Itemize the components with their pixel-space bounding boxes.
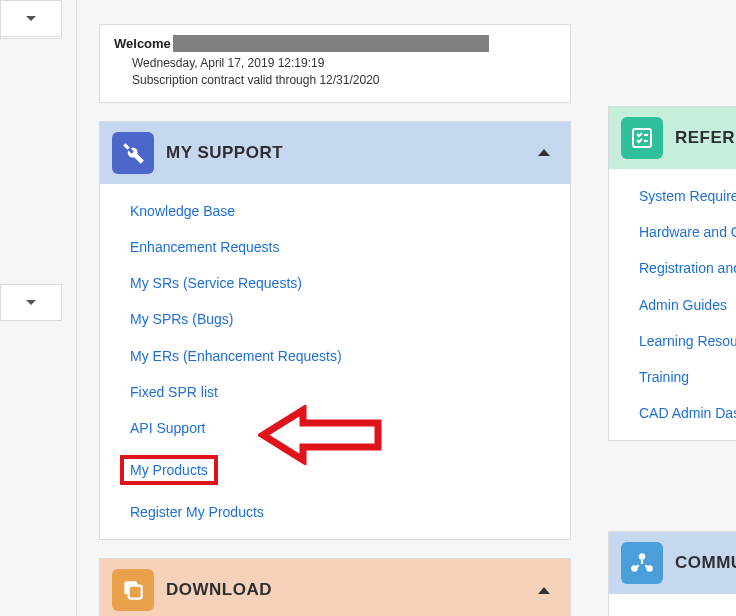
panel-title: COMMU — [675, 553, 736, 573]
panel-title: MY SUPPORT — [166, 143, 538, 163]
svg-rect-2 — [633, 129, 651, 147]
panel-download: DOWNLOAD Downloads and Updates — [99, 558, 571, 616]
link-fixed-spr-list[interactable]: Fixed SPR list — [130, 383, 556, 401]
vertical-divider — [76, 0, 77, 616]
link-my-products-wrapper: My Products — [130, 455, 556, 485]
welcome-card: Welcome Wednesday, April 17, 2019 12:19:… — [99, 24, 571, 103]
panel-reference: REFEREN System Requirem Hardware and Gr … — [608, 106, 736, 441]
link-knowledge-base[interactable]: Knowledge Base — [130, 202, 556, 220]
link-api-support[interactable]: API Support — [130, 419, 556, 437]
link-cad-admin-dashboard[interactable]: CAD Admin Dash — [639, 404, 736, 422]
checklist-icon — [621, 117, 663, 159]
link-hardware-graphics[interactable]: Hardware and Gr — [639, 223, 736, 241]
link-my-sprs[interactable]: My SPRs (Bugs) — [130, 310, 556, 328]
svg-rect-1 — [129, 586, 142, 599]
link-my-products[interactable]: My Products — [130, 462, 208, 478]
right-column: REFEREN System Requirem Hardware and Gr … — [608, 106, 736, 616]
panel-header-community[interactable]: COMMU — [609, 532, 736, 594]
link-learning-resources[interactable]: Learning Resour — [639, 332, 736, 350]
welcome-subscription: Subscription contract valid through 12/3… — [132, 72, 556, 89]
panel-community: COMMU Forums — [608, 531, 736, 616]
link-training[interactable]: Training — [639, 368, 736, 386]
link-register-my-products[interactable]: Register My Products — [130, 503, 556, 521]
svg-point-5 — [639, 554, 646, 561]
panel-title: REFEREN — [675, 128, 736, 148]
panel-body-reference: System Requirem Hardware and Gr Registra… — [609, 169, 736, 440]
copy-icon — [112, 569, 154, 611]
chevron-up-icon — [538, 587, 550, 594]
left-menu-toggle-1[interactable] — [0, 0, 62, 37]
panel-my-support: MY SUPPORT Knowledge Base Enhancement Re… — [99, 121, 571, 541]
link-forums[interactable]: Forums — [639, 612, 736, 616]
chevron-up-icon — [538, 149, 550, 156]
left-rail — [0, 0, 62, 616]
chevron-down-icon — [26, 300, 36, 305]
link-enhancement-requests[interactable]: Enhancement Requests — [130, 238, 556, 256]
panel-body-community: Forums — [609, 594, 736, 616]
chevron-down-icon — [26, 16, 36, 21]
left-menu-toggle-2[interactable] — [0, 284, 62, 321]
link-system-requirements[interactable]: System Requirem — [639, 187, 736, 205]
community-icon — [621, 542, 663, 584]
link-registration[interactable]: Registration and — [639, 259, 736, 277]
panel-header-download[interactable]: DOWNLOAD — [100, 559, 570, 616]
panel-header-my-support[interactable]: MY SUPPORT — [100, 122, 570, 184]
tools-icon — [112, 132, 154, 174]
main-column: Welcome Wednesday, April 17, 2019 12:19:… — [99, 24, 571, 616]
panel-title: DOWNLOAD — [166, 580, 538, 600]
highlight-box: My Products — [120, 455, 218, 485]
redacted-username — [173, 35, 489, 52]
welcome-timestamp: Wednesday, April 17, 2019 12:19:19 — [132, 55, 556, 72]
link-admin-guides[interactable]: Admin Guides — [639, 296, 736, 314]
link-my-ers[interactable]: My ERs (Enhancement Requests) — [130, 347, 556, 365]
welcome-label: Welcome — [114, 36, 171, 51]
link-my-srs[interactable]: My SRs (Service Requests) — [130, 274, 556, 292]
panel-body-my-support: Knowledge Base Enhancement Requests My S… — [100, 184, 570, 540]
panel-header-reference[interactable]: REFEREN — [609, 107, 736, 169]
